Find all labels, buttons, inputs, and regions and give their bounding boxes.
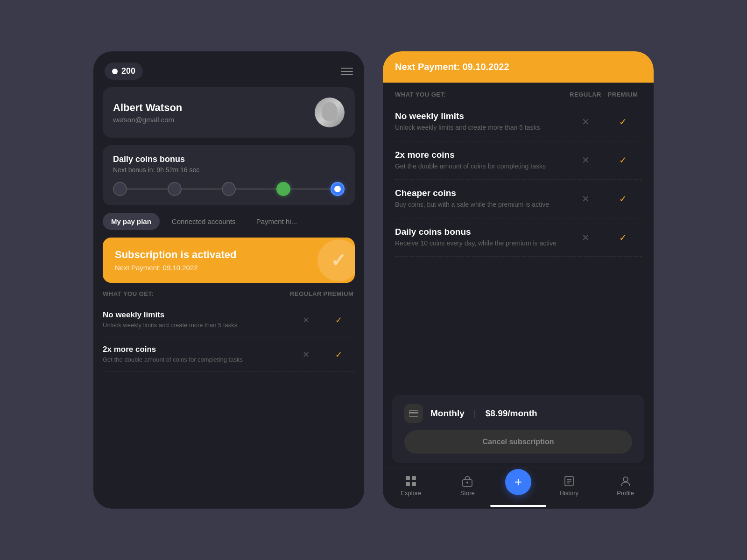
right-feature-row-1: No weekly limits Unlock weekly limits an… (395, 103, 641, 141)
svg-rect-3 (412, 476, 416, 480)
rfi-check-2: ✓ (604, 154, 641, 166)
cancel-subscription-button[interactable]: Cancel subscription (404, 430, 632, 454)
profile-info: Albert Watson watson@gmail.com (113, 102, 182, 124)
subscription-card: Subscription is activated Next Payment: … (103, 238, 355, 283)
right-phone: Next Payment: 09.10.2022 WHAT YOU GET: R… (383, 51, 654, 509)
rfi-title-2: 2x more coins (395, 150, 567, 160)
nav-store[interactable]: Store (449, 475, 486, 497)
right-feature-row-2: 2x more coins Get the double amount of c… (395, 141, 641, 180)
features-header-regular: REGULAR (289, 290, 322, 297)
feature-row-1: No weekly limits Unlock weekly limits an… (103, 303, 355, 337)
svg-rect-5 (412, 482, 416, 486)
dot-4-active (276, 182, 290, 196)
rfi-check-4: ✓ (604, 232, 641, 243)
feature-row-2: 2x more coins Get the double amount of c… (103, 337, 355, 372)
rfi-title-3: Cheaper coins (395, 188, 567, 198)
rfi-desc-1: Unlock weekly limits and create more tha… (395, 123, 567, 133)
store-icon (461, 475, 474, 488)
profile-name: Albert Watson (113, 102, 182, 114)
rfi-desc-4: Receive 10 coins every day, while the pr… (395, 239, 567, 248)
rfi-desc-3: Buy coins, but with a sale while the pre… (395, 200, 567, 210)
line-3 (236, 189, 276, 189)
dot-3 (222, 182, 236, 196)
billing-icon (404, 404, 423, 423)
profile-card: Albert Watson watson@gmail.com (103, 87, 355, 138)
rfi-check-3: ✓ (604, 193, 641, 204)
svg-point-7 (466, 482, 468, 483)
rfh-premium: PREMIUM (604, 91, 641, 98)
rfi-3: Cheaper coins Buy coins, but with a sale… (395, 188, 567, 210)
dot-5-current (331, 182, 345, 196)
rfh-regular: REGULAR (567, 91, 604, 98)
feature-premium-icon-1: ✓ (322, 315, 355, 325)
bonus-title: Daily coins bonus (113, 154, 345, 164)
nav-explore[interactable]: Explore (392, 475, 430, 497)
profile-icon (619, 475, 632, 488)
coin-count: 200 (121, 66, 135, 76)
store-label: Store (460, 490, 475, 497)
features-header-label: WHAT YOU GET: (103, 290, 289, 297)
right-feature-row-3: Cheaper coins Buy coins, but with a sale… (395, 180, 641, 218)
next-payment-bar: Next Payment: 09.10.2022 (383, 51, 654, 83)
feature-info-1: No weekly limits Unlock weekly limits an… (103, 310, 289, 329)
bottom-nav: Explore Store + (383, 468, 654, 501)
feature-title-2: 2x more coins (103, 345, 289, 354)
rfi-cross-2: ✕ (567, 154, 604, 166)
bonus-card: Daily coins bonus Next bonus in: 9h 52m … (103, 145, 355, 205)
tab-connected-accounts[interactable]: Connected accounts (163, 213, 244, 230)
subscription-title: Subscription is activated (115, 249, 343, 261)
top-bar: 200 (93, 51, 364, 87)
feature-desc-1: Unlock weekly limits and create more tha… (103, 321, 289, 329)
add-icon: + (514, 476, 522, 489)
dot-1 (113, 182, 127, 196)
rfi-cross-1: ✕ (567, 116, 604, 127)
explore-icon (404, 475, 417, 488)
right-feature-row-4: Daily coins bonus Receive 10 coins every… (395, 218, 641, 257)
rfi-check-1: ✓ (604, 116, 641, 127)
rfi-cross-4: ✕ (567, 232, 604, 243)
menu-icon[interactable] (341, 68, 353, 75)
explore-label: Explore (401, 490, 421, 497)
profile-email: watson@gmail.com (113, 116, 182, 124)
rfi-cross-3: ✕ (567, 193, 604, 204)
tabs: My pay plan Connected accounts Payment h… (93, 213, 364, 230)
add-button[interactable]: + (505, 469, 531, 495)
avatar (315, 98, 345, 127)
rfh-label: WHAT YOU GET: (395, 91, 567, 98)
next-payment-text: Next Payment: 09.10.2022 (395, 62, 509, 72)
nav-history[interactable]: History (550, 475, 588, 497)
avatar-image (315, 98, 345, 127)
rfi-4: Daily coins bonus Receive 10 coins every… (395, 227, 567, 248)
home-indicator (490, 505, 546, 507)
svg-rect-4 (406, 482, 410, 486)
features-header: WHAT YOU GET: REGULAR PREMIUM (103, 290, 355, 303)
svg-point-12 (623, 477, 628, 482)
profile-nav-label: Profile (617, 490, 634, 497)
billing-plan: Monthly (430, 408, 465, 419)
bonus-timer: Next bonus in: 9h 52m 16 sec (113, 166, 345, 174)
features-header-premium: PREMIUM (322, 290, 355, 297)
tab-payment-history[interactable]: Payment hi... (248, 213, 306, 230)
progress-dots (113, 182, 345, 196)
rfi-title-1: No weekly limits (395, 111, 567, 121)
feature-info-2: 2x more coins Get the double amount of c… (103, 345, 289, 364)
feature-regular-icon-2: ✕ (289, 350, 322, 360)
rfi-desc-2: Get the double amount of coins for compl… (395, 162, 567, 171)
nav-profile[interactable]: Profile (607, 475, 644, 497)
subscription-check-icon (317, 239, 355, 281)
feature-title-1: No weekly limits (103, 310, 289, 320)
subscription-date: Next Payment: 09.10.2022 (115, 264, 343, 272)
rfi-1: No weekly limits Unlock weekly limits an… (395, 111, 567, 133)
billing-divider: | (474, 408, 476, 419)
right-feat-header: WHAT YOU GET: REGULAR PREMIUM (395, 83, 641, 103)
coin-badge: 200 (105, 63, 143, 80)
rfi-title-4: Daily coins bonus (395, 227, 567, 237)
line-4 (290, 189, 331, 189)
line-2 (182, 189, 222, 189)
features-table: WHAT YOU GET: REGULAR PREMIUM No weekly … (93, 290, 364, 509)
tab-my-pay-plan[interactable]: My pay plan (103, 213, 160, 230)
feature-premium-icon-2: ✓ (322, 350, 355, 360)
svg-rect-1 (409, 412, 418, 413)
rfi-2: 2x more coins Get the double amount of c… (395, 150, 567, 171)
coin-dot-icon (112, 69, 118, 74)
